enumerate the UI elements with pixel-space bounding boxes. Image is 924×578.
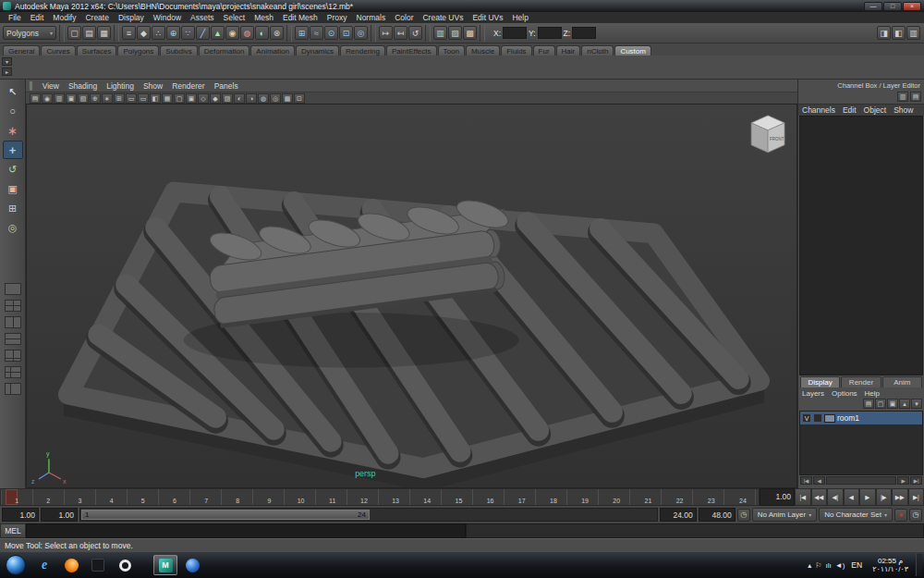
- new-scene-icon[interactable]: ▢: [67, 26, 81, 40]
- select-by-component-icon[interactable]: ∴: [152, 26, 165, 40]
- maximize-button[interactable]: □: [883, 2, 902, 11]
- show-hidden-icons-icon[interactable]: ▴: [808, 561, 811, 570]
- y-coordinate-input[interactable]: [538, 27, 562, 39]
- move-tool[interactable]: +: [3, 141, 23, 159]
- status-divider[interactable]: [59, 25, 65, 42]
- grid-icon[interactable]: ⊞: [114, 93, 125, 104]
- two-pane-side-by-side-layout[interactable]: [5, 316, 21, 328]
- gate-mask-icon[interactable]: ◧: [150, 93, 161, 104]
- 2d-pan-zoom-icon[interactable]: ⊕: [90, 93, 101, 104]
- menu-item[interactable]: Edit: [26, 13, 49, 22]
- new-empty-layer-icon[interactable]: ▢: [875, 399, 886, 409]
- status-divider[interactable]: [425, 25, 431, 42]
- render-current-frame-icon[interactable]: ▥: [433, 26, 447, 40]
- layer-editor-menu-item[interactable]: Layers: [798, 389, 828, 398]
- channel-box-menu-item[interactable]: Channels: [798, 105, 839, 115]
- outliner-persp-layout[interactable]: [5, 383, 21, 395]
- current-time-field[interactable]: 1.00: [760, 488, 795, 506]
- soft-modification-tool[interactable]: ◎: [3, 218, 23, 237]
- use-all-lights-icon[interactable]: ◐: [234, 93, 245, 104]
- x-coordinate-input[interactable]: [503, 27, 527, 39]
- range-start-handle[interactable]: 1: [85, 510, 89, 519]
- layer-editor-menu-item[interactable]: Options: [828, 389, 861, 398]
- playback-start-field[interactable]: [2, 508, 39, 522]
- channel-box-menu-item[interactable]: Object: [860, 105, 891, 115]
- scroll-track[interactable]: [826, 476, 896, 485]
- layer-type-checkbox[interactable]: [813, 413, 822, 423]
- select-miscellaneous-icon[interactable]: ⊗: [270, 26, 284, 40]
- layer-editor-tab[interactable]: Render: [841, 376, 881, 387]
- lock-camera-icon[interactable]: ◉: [42, 93, 53, 104]
- playback-end-field[interactable]: [660, 508, 697, 522]
- image-plane-icon[interactable]: ▧: [78, 93, 89, 104]
- shelf-tab[interactable]: Surfaces: [77, 45, 117, 55]
- select-points-icon[interactable]: ∵: [181, 26, 195, 40]
- panel-menu-item[interactable]: Show: [139, 81, 167, 91]
- paint-select-tool[interactable]: ∗: [3, 121, 23, 140]
- select-tool[interactable]: ↖: [3, 82, 23, 101]
- output-connections-icon[interactable]: ↤: [394, 26, 407, 40]
- film-gate-icon[interactable]: ▭: [126, 93, 137, 104]
- menu-item[interactable]: Window: [149, 13, 186, 22]
- status-divider[interactable]: [371, 25, 376, 42]
- rotate-tool[interactable]: ↺: [3, 160, 23, 178]
- safe-action-icon[interactable]: ▢: [174, 93, 185, 104]
- shelf-tab[interactable]: nCloth: [581, 45, 614, 55]
- animation-start-field[interactable]: [41, 508, 78, 522]
- status-divider[interactable]: [480, 25, 485, 42]
- show-attribute-editor-icon[interactable]: ◨: [877, 26, 891, 40]
- channel-box-menu-item[interactable]: Edit: [839, 105, 860, 115]
- menu-item[interactable]: Help: [507, 13, 532, 22]
- shelf-tab[interactable]: Polygons: [117, 45, 159, 55]
- two-pane-stacked-layout[interactable]: [5, 333, 21, 345]
- select-by-object-icon[interactable]: ◆: [137, 26, 151, 40]
- layer-color-swatch[interactable]: [824, 414, 835, 423]
- shelf-tab[interactable]: Subdivs: [160, 45, 197, 55]
- shelf[interactable]: ▾▸: [0, 55, 924, 80]
- range-end-handle[interactable]: 24: [358, 510, 366, 519]
- animation-end-field[interactable]: [699, 508, 736, 522]
- scale-tool[interactable]: ▣: [3, 179, 23, 198]
- shelf-tab[interactable]: Hair: [556, 45, 581, 55]
- menu-item[interactable]: Mesh: [249, 13, 278, 22]
- anim-layer-dropdown[interactable]: No Anim Layer▾: [752, 508, 817, 522]
- channel-box-menu-item[interactable]: Show: [890, 105, 917, 115]
- go-to-start-button[interactable]: |◀: [795, 488, 811, 506]
- clock[interactable]: م 02:55 ٢٠١١/١٠/٠٣: [869, 557, 912, 573]
- layer-visibility-checkbox[interactable]: V: [802, 413, 811, 423]
- command-language-toggle[interactable]: MEL: [0, 523, 26, 538]
- textured-icon[interactable]: ▨: [222, 93, 233, 104]
- select-deformations-icon[interactable]: ◉: [225, 26, 239, 40]
- layer-attributes-icon[interactable]: ▤: [863, 399, 874, 409]
- close-button[interactable]: ×: [903, 2, 921, 11]
- new-layer-from-selected-icon[interactable]: ▣: [887, 399, 898, 409]
- shelf-tab[interactable]: General: [3, 45, 40, 55]
- menu-item[interactable]: Edit UVs: [468, 13, 507, 22]
- snap-to-point-icon[interactable]: ⊙: [324, 26, 338, 40]
- scroll-right-end-icon[interactable]: ▶|: [910, 476, 922, 485]
- four-pane-layout[interactable]: [5, 300, 21, 312]
- time-slider[interactable]: 123456789101112131415161718192021222324: [0, 488, 760, 506]
- layer-editor-tab[interactable]: Display: [800, 376, 840, 387]
- construction-history-icon[interactable]: ↺: [408, 26, 422, 40]
- character-set-dropdown[interactable]: No Character Set▾: [819, 508, 893, 522]
- layer-row[interactable]: V room1: [800, 412, 922, 424]
- snap-to-curve-icon[interactable]: ≈: [310, 26, 323, 40]
- grease-pencil-icon[interactable]: ∗: [102, 93, 113, 104]
- move-layer-down-icon[interactable]: ▾: [911, 399, 922, 409]
- select-handles-icon[interactable]: ⊕: [166, 26, 180, 40]
- three-pane-split-top-layout[interactable]: [5, 350, 21, 362]
- snap-to-grid-icon[interactable]: ⊞: [295, 26, 309, 40]
- browser-app-icon[interactable]: [180, 555, 204, 575]
- screen-space-ao-icon[interactable]: ◍: [258, 93, 269, 104]
- shelf-tab[interactable]: Dynamics: [296, 45, 339, 55]
- panel-menu-item[interactable]: Lighting: [102, 81, 139, 91]
- shelf-tab[interactable]: Muscle: [466, 45, 500, 55]
- ipr-render-icon[interactable]: ▨: [448, 26, 462, 40]
- isolate-select-icon[interactable]: ⊡: [294, 93, 305, 104]
- show-channel-box-icon[interactable]: ▥: [906, 26, 920, 40]
- scroll-left-icon[interactable]: ◀: [813, 476, 825, 485]
- menu-item[interactable]: Select: [219, 13, 250, 22]
- menu-item[interactable]: Edit Mesh: [278, 13, 322, 22]
- shelf-tab[interactable]: Toon: [438, 45, 465, 55]
